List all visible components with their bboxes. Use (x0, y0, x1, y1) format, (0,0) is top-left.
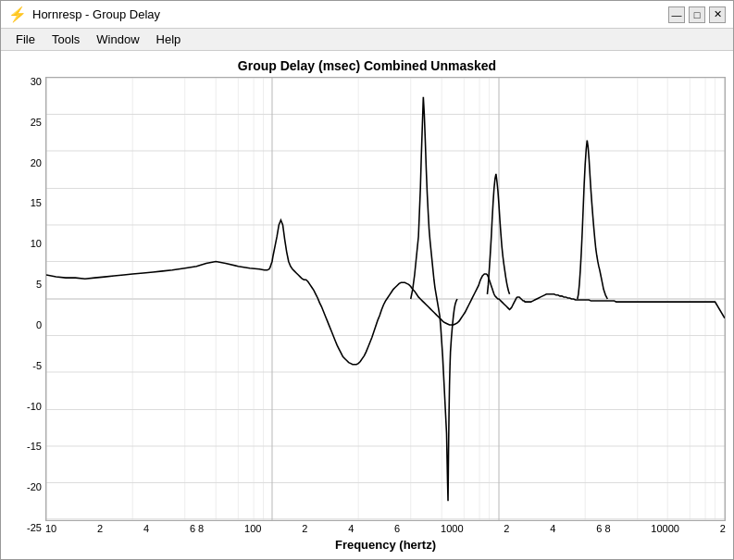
y-label-25: 25 (31, 118, 42, 128)
main-window: ⚡ Hornresp - Group Delay — □ ✕ File Tool… (0, 0, 734, 560)
chart-title: Group Delay (msec) Combined Unmasked (8, 58, 726, 73)
y-label-5: 5 (36, 280, 42, 290)
chart-container: 30 25 20 15 10 5 0 -5 -10 -15 -20 -25 (8, 77, 726, 552)
y-label-n10: -10 (27, 402, 42, 412)
x-label-4kk: 4 (550, 523, 555, 534)
y-label-n15: -15 (27, 442, 42, 452)
maximize-button[interactable]: □ (689, 6, 705, 23)
y-label-n5: -5 (32, 361, 42, 371)
plot-area (45, 77, 726, 521)
y-label-30: 30 (31, 77, 42, 87)
chart-area: Group Delay (msec) Combined Unmasked 30 … (1, 51, 733, 559)
x-label-6k: 6 (394, 523, 400, 534)
x-label-2kk: 2 (504, 523, 509, 534)
window-controls: — □ ✕ (668, 6, 726, 23)
x-label-4k: 4 (348, 523, 354, 534)
y-axis: 30 25 20 15 10 5 0 -5 -10 -15 -20 -25 (8, 77, 45, 552)
y-label-15: 15 (31, 198, 42, 208)
x-label-2: 2 (97, 523, 103, 534)
x-axis-labels: 10 2 4 6 8 100 2 4 6 1000 2 4 6 8 10000 … (45, 521, 726, 536)
y-label-10: 10 (31, 239, 42, 249)
x-label-10: 10 (45, 523, 56, 534)
plot-svg (46, 78, 725, 520)
x-label-100: 100 (244, 523, 261, 534)
minimize-button[interactable]: — (668, 6, 685, 23)
x-label-68: 6 8 (190, 523, 204, 534)
chart-inner: 10 2 4 6 8 100 2 4 6 1000 2 4 6 8 10000 … (45, 77, 726, 552)
y-label-0: 0 (36, 320, 42, 330)
menu-help[interactable]: Help (149, 31, 189, 48)
x-label-2kkk: 2 (720, 523, 726, 534)
menu-file[interactable]: File (8, 31, 43, 48)
y-label-20: 20 (31, 158, 42, 168)
menu-tools[interactable]: Tools (44, 31, 87, 48)
y-label-n25: -25 (27, 523, 42, 533)
window-title: Hornresp - Group Delay (32, 7, 160, 21)
menu-bar: File Tools Window Help (1, 29, 733, 51)
x-label-2k: 2 (302, 523, 307, 534)
x-axis-title: Frequency (hertz) (45, 538, 726, 552)
app-icon: ⚡ (8, 6, 27, 23)
y-label-n20: -20 (27, 482, 42, 492)
title-bar-left: ⚡ Hornresp - Group Delay (8, 6, 160, 23)
x-label-1000: 1000 (441, 523, 463, 534)
x-label-10000: 10000 (651, 523, 679, 534)
x-label-4: 4 (143, 523, 149, 534)
menu-window[interactable]: Window (89, 31, 146, 48)
title-bar: ⚡ Hornresp - Group Delay — □ ✕ (1, 1, 733, 29)
close-button[interactable]: ✕ (709, 6, 726, 23)
x-label-6k8k: 6 8 (596, 523, 610, 534)
